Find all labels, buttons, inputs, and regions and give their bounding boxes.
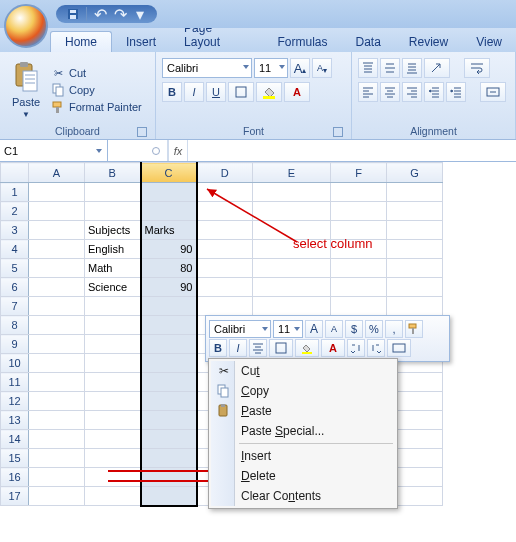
row-header-1[interactable]: 1 [1,183,29,202]
cell-B13[interactable] [85,411,141,430]
office-button[interactable] [4,4,48,48]
cell-B11[interactable] [85,373,141,392]
mini-bold[interactable]: B [209,339,227,357]
align-bottom-button[interactable] [402,58,422,78]
cell-E2[interactable] [253,202,331,221]
cell-E3[interactable] [253,221,331,240]
cell-C4[interactable]: 90 [141,240,197,259]
cell-G2[interactable] [387,202,443,221]
cell-A15[interactable] [29,449,85,468]
menu-insert[interactable]: Insert [211,446,395,466]
cell-C15[interactable] [141,449,197,468]
merge-center-button[interactable] [480,82,506,102]
menu-copy[interactable]: Copy [211,381,395,401]
cell-C17[interactable] [141,487,197,506]
cell-A4[interactable] [29,240,85,259]
cell-A10[interactable] [29,354,85,373]
tab-insert[interactable]: Insert [112,32,170,52]
cell-C6[interactable]: 90 [141,278,197,297]
row-header-13[interactable]: 13 [1,411,29,430]
bold-button[interactable]: B [162,82,182,102]
save-icon[interactable] [66,7,80,21]
row-header-2[interactable]: 2 [1,202,29,221]
grow-font-button[interactable]: A▴ [290,58,310,78]
cell-D1[interactable] [197,183,253,202]
cell-B9[interactable] [85,335,141,354]
increase-indent-button[interactable] [446,82,466,102]
menu-cut[interactable]: ✂Cut [211,361,395,381]
orientation-button[interactable] [424,58,450,78]
cell-D6[interactable] [197,278,253,297]
formula-bar-expand[interactable] [108,140,168,161]
font-name-dropdown[interactable]: Calibri [162,58,252,78]
row-header-10[interactable]: 10 [1,354,29,373]
cell-E7[interactable] [253,297,331,316]
qat-more-icon[interactable]: ▾ [133,7,147,21]
cell-C14[interactable] [141,430,197,449]
cell-B6[interactable]: Science [85,278,141,297]
cell-G4[interactable] [387,240,443,259]
redo-icon[interactable]: ↷ [113,7,127,21]
cell-C10[interactable] [141,354,197,373]
cell-C3[interactable]: Marks [141,221,197,240]
cell-A14[interactable] [29,430,85,449]
cell-F7[interactable] [331,297,387,316]
wrap-text-button[interactable] [464,58,490,78]
row-header-7[interactable]: 7 [1,297,29,316]
mini-grow-font[interactable]: A [305,320,323,338]
mini-shrink-font[interactable]: A [325,320,343,338]
cell-B14[interactable] [85,430,141,449]
tab-data[interactable]: Data [341,32,394,52]
row-header-9[interactable]: 9 [1,335,29,354]
menu-paste[interactable]: Paste [211,401,395,421]
tab-home[interactable]: Home [50,31,112,52]
row-header-5[interactable]: 5 [1,259,29,278]
cell-A16[interactable] [29,468,85,487]
mini-currency[interactable]: $ [345,320,363,338]
mini-comma[interactable]: , [385,320,403,338]
cell-C5[interactable]: 80 [141,259,197,278]
cell-B2[interactable] [85,202,141,221]
cell-B10[interactable] [85,354,141,373]
row-header-15[interactable]: 15 [1,449,29,468]
row-header-6[interactable]: 6 [1,278,29,297]
dialog-launcher-icon[interactable] [333,127,343,137]
cell-G7[interactable] [387,297,443,316]
cell-A5[interactable] [29,259,85,278]
cell-C9[interactable] [141,335,197,354]
cell-A12[interactable] [29,392,85,411]
cell-B8[interactable] [85,316,141,335]
formula-input[interactable] [188,145,516,157]
mini-inc-decimal[interactable] [367,339,385,357]
cell-E6[interactable] [253,278,331,297]
select-all-corner[interactable] [1,163,29,183]
mini-font-dropdown[interactable]: Calibri [209,320,271,338]
cell-A6[interactable] [29,278,85,297]
align-center-button[interactable] [380,82,400,102]
row-header-8[interactable]: 8 [1,316,29,335]
cell-A17[interactable] [29,487,85,506]
font-color-button[interactable]: A [284,82,310,102]
mini-format-painter[interactable] [405,320,423,338]
col-header-D[interactable]: D [197,163,253,183]
cell-D7[interactable] [197,297,253,316]
cell-B3[interactable]: Subjects [85,221,141,240]
align-top-button[interactable] [358,58,378,78]
cell-A13[interactable] [29,411,85,430]
tab-review[interactable]: Review [395,32,462,52]
tab-formulas[interactable]: Formulas [263,32,341,52]
cell-F6[interactable] [331,278,387,297]
cell-C1[interactable] [141,183,197,202]
cell-A9[interactable] [29,335,85,354]
menu-clear-contents[interactable]: Clear Contents [211,486,395,506]
mini-fill-color[interactable] [295,339,319,357]
mini-font-color[interactable]: A [321,339,345,357]
mini-percent[interactable]: % [365,320,383,338]
cell-F1[interactable] [331,183,387,202]
cell-B16[interactable] [85,468,141,487]
col-header-E[interactable]: E [253,163,331,183]
mini-dec-decimal[interactable] [347,339,365,357]
font-size-dropdown[interactable]: 11 [254,58,288,78]
cell-D2[interactable] [197,202,253,221]
row-header-3[interactable]: 3 [1,221,29,240]
